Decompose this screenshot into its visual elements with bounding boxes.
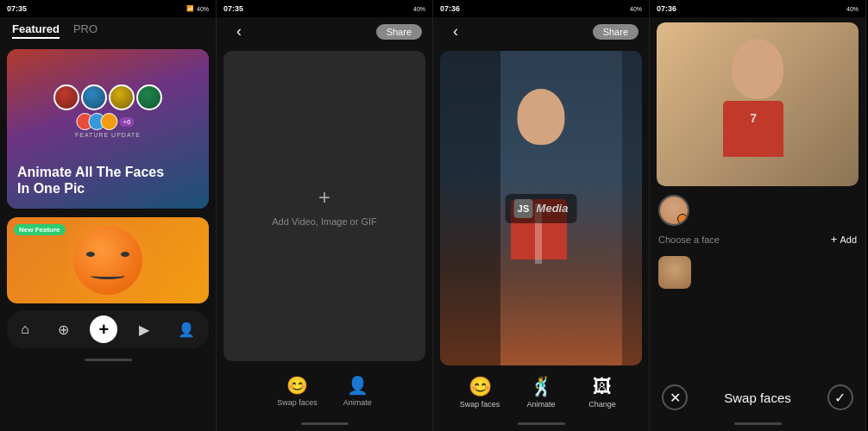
- add-face-button[interactable]: + Add: [831, 233, 857, 246]
- tab-featured[interactable]: Featured: [12, 22, 60, 39]
- eye-left: [86, 252, 95, 257]
- back-button-2[interactable]: ‹: [227, 22, 251, 41]
- share-button-2[interactable]: Share: [376, 24, 422, 40]
- bluetooth-icon: 📶: [186, 5, 194, 12]
- cancel-button[interactable]: ✕: [662, 384, 688, 410]
- orange-card[interactable]: New Feature: [7, 217, 209, 303]
- char-4: [136, 84, 162, 110]
- status-icons-2: 40%: [413, 6, 425, 12]
- profile-icon: 👤: [178, 322, 195, 338]
- swap-icon-3: 😊: [469, 376, 492, 398]
- animate-icon-3: 🕺: [530, 376, 553, 398]
- home-indicator-4: [650, 415, 865, 431]
- p2-header: ‹ Share: [217, 17, 432, 46]
- tab-pro[interactable]: PRO: [73, 22, 97, 39]
- p2-tools: 😊 Swap faces 👤 Animate: [217, 366, 432, 415]
- action-row: ✕ Swap faces ✓: [650, 376, 865, 415]
- battery-2: 40%: [413, 6, 425, 12]
- face-thumb-inner-1: [658, 256, 691, 289]
- nav-profile[interactable]: 👤: [171, 320, 202, 340]
- bottom-nav: ⌂ ⊕ + ▶ 👤: [7, 310, 209, 348]
- p3-video-area: JS Media: [440, 51, 642, 365]
- nav-search[interactable]: ⊕: [51, 320, 76, 340]
- feature-update-label: FEATURE UPDATE: [75, 132, 141, 138]
- search-icon: ⊕: [58, 322, 69, 338]
- swap-icon-2: 😊: [286, 375, 308, 396]
- person-head-3: [518, 89, 565, 145]
- add-plus-icon: +: [318, 185, 330, 209]
- cancel-icon: ✕: [670, 390, 681, 406]
- battery-4: 40%: [846, 6, 859, 12]
- curtain-right: [622, 51, 642, 365]
- add-face-label: Add: [840, 234, 857, 245]
- change-label-3: Change: [588, 400, 616, 409]
- p3-tools: 😊 Swap faces 🕺 Animate 🖼 Change: [433, 369, 649, 415]
- face-mouth: [91, 272, 125, 279]
- tool-swap-faces-3[interactable]: 😊 Swap faces: [456, 376, 504, 409]
- back-button-3[interactable]: ‹: [443, 22, 468, 41]
- curtain-left: [440, 51, 500, 365]
- choose-face-label: Choose a face: [658, 234, 720, 245]
- phone-panel-1: 07:35 📶 40% Featured PRO +6: [0, 0, 217, 431]
- face-thumb-1: [658, 256, 691, 289]
- plus-icon: +: [98, 320, 109, 340]
- char-2: [81, 84, 107, 110]
- swap-label-3: Swap faces: [460, 400, 500, 409]
- confirm-icon: ✓: [834, 390, 846, 406]
- status-time-3: 07:36: [440, 4, 460, 13]
- swap-label-2: Swap faces: [277, 398, 318, 407]
- video-icon: ▶: [139, 322, 149, 338]
- p4-person-head: [732, 39, 783, 99]
- face-eyes: [86, 252, 129, 257]
- eye-right: [121, 252, 129, 257]
- home-bar-2: [301, 422, 349, 425]
- animate-label-2: Animate: [343, 398, 372, 407]
- orange-dot-indicator: [677, 214, 688, 224]
- status-icons-4: 40%: [846, 6, 859, 12]
- swap-faces-label: Swap faces: [724, 390, 791, 405]
- phone-panel-4: 07:36 40% 7 Choose a face + Add: [650, 0, 866, 431]
- confirm-button[interactable]: ✓: [827, 384, 853, 410]
- watermark-icon: JS: [514, 199, 533, 218]
- p1-nav: Featured PRO: [0, 17, 216, 44]
- home-indicator-2: [217, 415, 432, 431]
- status-icons-1: 📶 40%: [186, 5, 209, 12]
- watermark-text: Media: [537, 202, 569, 215]
- p4-video-area: 7: [657, 22, 859, 186]
- avengers-card[interactable]: +6 FEATURE UPDATE Animate All The FacesI…: [7, 49, 209, 209]
- status-time-4: 07:36: [657, 4, 676, 13]
- face-list-item[interactable]: [658, 253, 857, 292]
- tool-change-3[interactable]: 🖼 Change: [579, 376, 626, 409]
- share-button-3[interactable]: Share: [593, 24, 638, 40]
- nav-video[interactable]: ▶: [132, 320, 156, 340]
- add-face-icon: +: [831, 233, 838, 246]
- tool-animate-2[interactable]: 👤 Animate: [343, 375, 372, 407]
- new-feature-badge: New Feature: [14, 224, 66, 235]
- plus-badge: +6: [119, 117, 134, 127]
- home-icon: ⌂: [21, 322, 29, 337]
- phone-panel-3: 07:36 40% ‹ Share JS Media 😊 Swap faces: [433, 0, 650, 431]
- p2-canvas[interactable]: + Add Video, Image or GIF: [223, 51, 425, 361]
- nav-create[interactable]: +: [90, 315, 117, 343]
- p3-header: ‹ Share: [433, 17, 649, 46]
- avengers-card-title: Animate All The FacesIn One Pic: [17, 164, 198, 197]
- nav-home[interactable]: ⌂: [14, 320, 36, 339]
- avengers-bg: +6 FEATURE UPDATE Animate All The FacesI…: [7, 49, 209, 209]
- status-bar-2: 07:35 40%: [217, 0, 432, 17]
- avatars-row: +6: [81, 113, 134, 130]
- status-icons-3: 40%: [630, 6, 642, 12]
- face-avatar: [658, 195, 689, 226]
- face-chooser-row: [650, 190, 865, 229]
- battery-1: 40%: [197, 6, 209, 12]
- avengers-characters: [7, 49, 209, 145]
- status-bar-1: 07:35 📶 40%: [0, 0, 216, 17]
- watermark: JS Media: [506, 194, 577, 223]
- status-bar-4: 07:36 40%: [650, 0, 865, 17]
- char-3: [109, 84, 135, 110]
- tool-swap-faces-2[interactable]: 😊 Swap faces: [277, 375, 318, 407]
- tool-animate-3[interactable]: 🕺 Animate: [518, 376, 565, 409]
- status-time-2: 07:35: [223, 4, 243, 13]
- battery-3: 40%: [630, 6, 642, 12]
- home-indicator-3: [433, 415, 649, 431]
- home-bar-3: [518, 422, 565, 425]
